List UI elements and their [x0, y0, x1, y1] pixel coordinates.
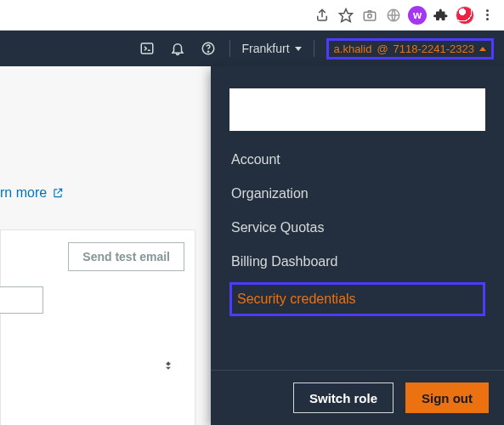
learn-more-link[interactable]: rn more [0, 185, 64, 201]
svg-point-6 [207, 51, 208, 52]
divider [314, 40, 314, 57]
send-test-email-button[interactable]: Send test email [68, 242, 184, 271]
help-icon[interactable] [199, 39, 218, 58]
w-extension-icon[interactable]: w [405, 3, 429, 27]
external-link-icon [52, 187, 64, 199]
profile-avatar[interactable] [453, 3, 477, 27]
account-user: a.khalid [334, 42, 372, 55]
chevron-down-icon [295, 47, 302, 51]
browser-toolbar: w [0, 0, 504, 31]
camera-icon[interactable] [358, 3, 382, 27]
account-dropdown: Account Organization Service Quotas Bill… [211, 66, 504, 425]
globe-icon[interactable] [382, 3, 405, 27]
account-at: @ [377, 42, 388, 55]
account-search-input[interactable] [229, 88, 485, 131]
share-icon[interactable] [310, 3, 334, 27]
chevron-up-icon [479, 47, 486, 51]
svg-rect-1 [364, 12, 376, 20]
menu-item-organization[interactable]: Organization [229, 177, 485, 211]
svg-point-2 [368, 14, 372, 18]
text-input-fragment[interactable] [0, 286, 43, 314]
notifications-icon[interactable] [168, 39, 187, 58]
divider [229, 40, 230, 57]
region-selector[interactable]: Frankfurt [242, 42, 302, 55]
page-body: rn more Send test email Account Organiza… [0, 66, 504, 425]
learn-more-text: rn more [0, 185, 47, 201]
menu-item-security-credentials[interactable]: Security credentials [229, 282, 485, 316]
cloudshell-icon[interactable] [138, 39, 156, 58]
account-menu-list: Account Organization Service Quotas Bill… [229, 143, 485, 316]
account-id: 7118-2241-2323 [394, 42, 474, 55]
menu-item-service-quotas[interactable]: Service Quotas [229, 211, 485, 245]
extensions-icon[interactable] [429, 3, 453, 27]
region-label: Frankfurt [242, 42, 290, 55]
kebab-menu-icon[interactable] [477, 5, 497, 26]
star-icon[interactable] [334, 3, 358, 27]
aws-top-nav: Frankfurt a.khalid @ 7118-2241-2323 [0, 31, 504, 66]
expand-toggle[interactable] [162, 360, 174, 371]
menu-item-account[interactable]: Account [229, 143, 485, 177]
svg-marker-0 [340, 8, 353, 21]
menu-item-billing[interactable]: Billing Dashboard [229, 245, 485, 279]
content-card: Send test email [0, 230, 195, 425]
switch-role-button[interactable]: Switch role [293, 382, 394, 413]
sign-out-button[interactable]: Sign out [405, 382, 489, 413]
dropdown-footer: Switch role Sign out [211, 370, 504, 425]
account-menu-trigger[interactable]: a.khalid @ 7118-2241-2323 [326, 38, 494, 60]
